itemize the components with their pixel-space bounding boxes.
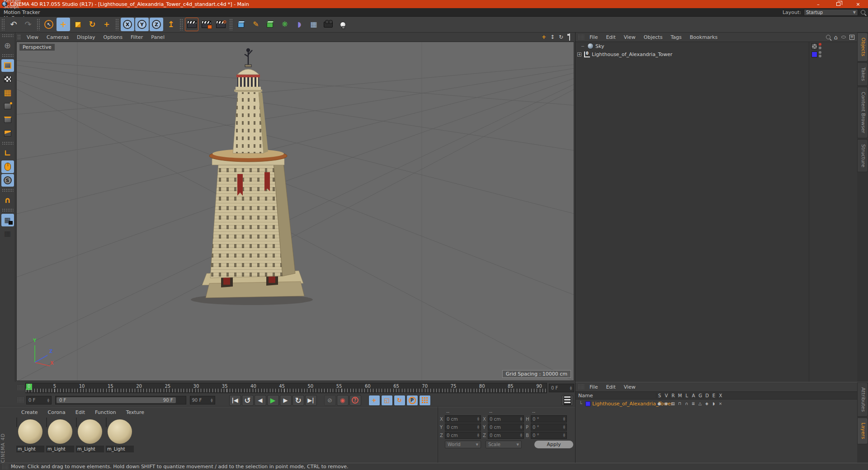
layers-menu-item[interactable]: Edit — [602, 384, 619, 390]
position-input[interactable]: 0 cm▲▼ — [445, 432, 481, 439]
deformers-button[interactable]: ◗ — [292, 18, 306, 31]
spinner-icon[interactable]: ▲▼ — [520, 425, 522, 429]
key-parameter-button[interactable]: P — [406, 395, 418, 406]
magnet-snap-button[interactable]: ∩ — [1, 194, 14, 207]
column-header[interactable]: M — [676, 393, 683, 398]
filter-icon[interactable] — [841, 36, 846, 38]
visibility-dot[interactable] — [819, 47, 821, 49]
spinner-icon[interactable]: ▲▼ — [570, 386, 572, 390]
key-rotation-button[interactable]: ↻ — [394, 395, 406, 406]
visibility-dot[interactable] — [819, 55, 821, 57]
column-header[interactable]: S — [656, 393, 663, 398]
object-toggle-icon[interactable]: ∩ — [683, 401, 690, 406]
layers-menu-item[interactable]: View — [620, 384, 640, 390]
object-manager-menu-item[interactable]: Tags — [666, 34, 685, 40]
rotation-input[interactable]: 0 °▲▼ — [531, 423, 567, 431]
material-item[interactable]: m_Light — [106, 418, 134, 452]
render-picture-viewer-button[interactable] — [199, 18, 213, 31]
minimize-button[interactable]: – — [808, 0, 828, 8]
viewport-menu-item[interactable]: Cameras — [42, 34, 73, 40]
material-menu-item[interactable]: Create — [16, 409, 43, 415]
transform-mode-dropdown[interactable]: Scale▼ — [486, 441, 522, 448]
palette-grip[interactable] — [2, 34, 14, 38]
points-mode-button[interactable] — [1, 100, 14, 113]
spinner-icon[interactable]: ▲▼ — [47, 398, 49, 403]
toolbar-grip[interactable] — [115, 19, 119, 30]
key-scale-button[interactable]: ◱ — [381, 395, 393, 406]
goto-next-key-button[interactable]: ↻ — [292, 395, 304, 406]
layers-menu-item[interactable]: File — [585, 384, 602, 390]
object-name[interactable]: Sky — [595, 43, 604, 49]
spinner-icon[interactable]: ▲▼ — [211, 398, 213, 403]
object-manager-menu-item[interactable]: Bookmarks — [686, 34, 722, 40]
column-header[interactable]: D — [703, 393, 710, 398]
object-row-lighthouse[interactable]: + 0 Lighthouse_of_Alexandria_Tower — [576, 50, 857, 58]
play-button[interactable]: ▶ — [267, 395, 279, 406]
goto-end-button[interactable]: ▶| — [305, 395, 317, 406]
menu-item[interactable]: Render — [0, 0, 43, 4]
timeline-ruler[interactable]: 051015202530354045505560657075808590 — [25, 383, 547, 393]
column-header[interactable]: L — [683, 393, 690, 398]
undo-button[interactable]: ↶ — [7, 18, 20, 31]
object-toggle-icon[interactable]: ◗ — [710, 401, 717, 406]
viewport-grip[interactable] — [17, 34, 21, 40]
object-manager-menu-item[interactable]: Objects — [640, 34, 667, 40]
column-header[interactable]: V — [663, 393, 670, 398]
texture-tag-icon[interactable] — [811, 43, 817, 49]
column-header[interactable]: X — [717, 393, 724, 398]
toolbar-grip[interactable] — [37, 19, 40, 30]
panel-grip[interactable] — [2, 464, 8, 469]
viewport-menu-item[interactable]: Display — [73, 34, 99, 40]
viewport-menu-item[interactable]: Filter — [127, 34, 147, 40]
next-frame-button[interactable]: ▶ — [280, 395, 292, 406]
object-manager-menu-item[interactable]: Edit — [602, 34, 619, 40]
position-input[interactable]: 0 cm▲▼ — [445, 415, 481, 423]
spinner-icon[interactable]: ▲▼ — [477, 417, 479, 421]
ruler-frame-field[interactable]: 0 F▲▼ — [549, 384, 574, 392]
manager-tab[interactable]: Takes — [857, 62, 868, 86]
object-toggle-icon[interactable]: △ — [697, 401, 703, 406]
material-menu-item[interactable]: Edit — [71, 409, 90, 415]
toggle-views-icon[interactable] — [566, 34, 573, 40]
object-manager-menu-item[interactable]: File — [585, 34, 602, 40]
timeline-editor-button[interactable] — [561, 395, 573, 406]
key-position-button[interactable]: + — [368, 395, 380, 406]
viewport-menu-item[interactable]: Panel — [147, 34, 169, 40]
column-header[interactable]: G — [697, 393, 703, 398]
lock-x-axis-button[interactable]: X — [121, 18, 134, 31]
column-header[interactable]: A — [690, 393, 697, 398]
spinner-icon[interactable]: ▲▼ — [563, 425, 565, 429]
search-icon[interactable] — [826, 35, 830, 39]
viewport-menu-item[interactable]: Options — [99, 34, 127, 40]
rotate-tool-button[interactable]: ↻ — [85, 18, 99, 31]
range-bar[interactable]: 0 F 90 F — [57, 397, 176, 403]
play-sound-button[interactable]: ⊘ — [324, 395, 336, 406]
rotation-input[interactable]: 0 °▲▼ — [531, 432, 567, 439]
autokey-button[interactable]: ? — [349, 395, 361, 406]
record-button[interactable]: ◉ — [337, 395, 349, 406]
layout-dropdown[interactable]: Startup ▼ — [804, 9, 858, 16]
spinner-icon[interactable]: ▲▼ — [477, 433, 479, 437]
texture-mode-button[interactable] — [1, 73, 14, 85]
move-tool-button[interactable]: + — [57, 18, 70, 31]
spinner-icon[interactable]: ▲▼ — [563, 417, 565, 421]
tweak-mode-button[interactable] — [1, 160, 14, 173]
apply-button[interactable]: Apply — [534, 441, 573, 448]
spinner-icon[interactable]: ▲▼ — [477, 425, 479, 429]
menu-item[interactable]: Motion Tracker — [0, 9, 43, 15]
current-frame-field[interactable]: 0 F▲▼ — [26, 396, 52, 404]
object-toggle-icon[interactable]: ● — [656, 401, 663, 406]
manager-tab[interactable]: Objects — [857, 33, 868, 61]
coordinate-system-button[interactable]: ↥ — [164, 18, 178, 31]
goto-start-button[interactable]: |◀ — [229, 395, 241, 406]
panel-grip[interactable] — [17, 397, 24, 403]
palette-grip[interactable] — [2, 141, 14, 145]
viewport-canvas[interactable]: Perspective Grid Spacing : 10000 cm Y X … — [16, 42, 574, 381]
redo-button[interactable]: ↷ — [21, 18, 35, 31]
add-object-icon[interactable]: + — [849, 35, 854, 40]
rotation-input[interactable]: 0 °▲▼ — [531, 415, 567, 423]
model-mode-button[interactable] — [1, 59, 14, 72]
size-input[interactable]: 0 cm▲▼ — [488, 432, 524, 439]
pan-view-icon[interactable]: + — [540, 34, 547, 40]
material-item[interactable]: m_Light — [76, 418, 104, 452]
